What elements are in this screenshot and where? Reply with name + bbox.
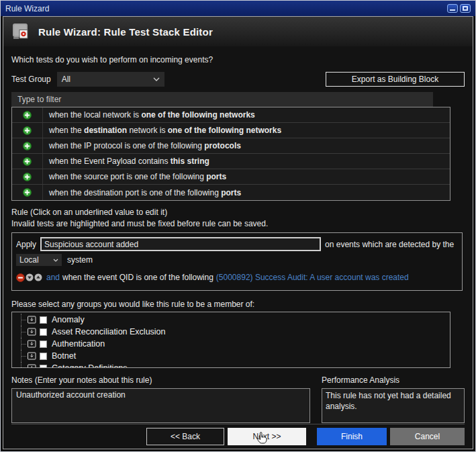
bottom-panels: Notes (Enter your notes about this rule)… xyxy=(11,375,465,423)
group-folder-icon[interactable] xyxy=(28,352,36,360)
rule-wizard-icon xyxy=(11,22,31,41)
group-checkbox[interactable] xyxy=(40,316,47,324)
window-title: Rule Wizard xyxy=(5,4,49,13)
group-label: Botnet xyxy=(52,351,76,361)
add-test-icon[interactable] xyxy=(12,169,43,184)
chevron-down-icon xyxy=(153,77,160,81)
group-label: Asset Reconciliation Exclusion xyxy=(52,327,166,336)
cancel-button[interactable]: Cancel xyxy=(390,428,465,445)
rule-box: Apply on events which are detected by th… xyxy=(11,232,463,291)
filter-input[interactable] xyxy=(11,92,433,107)
add-test-icon[interactable] xyxy=(12,185,43,200)
chevron-down-icon xyxy=(53,259,58,262)
group-folder-icon[interactable] xyxy=(28,316,36,324)
dialog-frame: Rule Wizard: Rule Test Stack Editor Whic… xyxy=(3,16,473,449)
apply-label: Apply xyxy=(16,240,36,249)
test-description: when the IP protocol is one of the follo… xyxy=(43,141,241,150)
finish-button[interactable]: Finish xyxy=(317,428,387,445)
maximize-icon[interactable] xyxy=(460,4,471,13)
rule-heading: Rule (Click on an underlined value to ed… xyxy=(11,208,465,217)
group-folder-icon[interactable] xyxy=(28,328,36,336)
group-list[interactable]: Anomaly Asset Reconciliation Exclusion A… xyxy=(11,312,450,368)
remove-test-icon[interactable] xyxy=(16,273,25,282)
tests-question-label: Which tests do you wish to perform on in… xyxy=(11,55,465,64)
rule-name-input[interactable] xyxy=(40,237,321,251)
add-test-icon[interactable] xyxy=(12,138,43,153)
add-test-icon[interactable] xyxy=(12,107,43,122)
move-up-icon[interactable] xyxy=(34,273,42,281)
test-description: when the local network is one of the fol… xyxy=(43,110,255,120)
group-row[interactable]: Category Definitions xyxy=(19,362,450,368)
next-button[interactable]: Next >> xyxy=(228,428,306,445)
group-row[interactable]: Asset Reconciliation Exclusion xyxy=(19,326,450,338)
page-title: Rule Wizard: Rule Test Stack Editor xyxy=(38,26,213,38)
performance-panel: Performance Analysis This rule has not y… xyxy=(322,375,465,423)
group-checkbox[interactable] xyxy=(40,328,47,336)
tree-connector-icon xyxy=(21,314,27,326)
window-controls xyxy=(447,4,471,13)
tree-connector-icon xyxy=(21,338,27,350)
test-group-label: Test Group xyxy=(11,75,51,84)
test-row[interactable]: when the destination network is one of t… xyxy=(12,123,450,138)
test-group-row: Test Group All Export as Building Block xyxy=(11,72,465,87)
dialog-header: Rule Wizard: Rule Test Stack Editor xyxy=(3,17,473,46)
group-checkbox[interactable] xyxy=(40,353,47,360)
group-label: Category Definitions xyxy=(52,363,128,368)
rule-scope-line: Local system xyxy=(16,254,458,266)
group-row[interactable]: Anomaly xyxy=(19,314,450,326)
test-description: when the destination port is one of the … xyxy=(43,188,241,197)
test-description: when the source port is one of the follo… xyxy=(43,172,226,181)
notes-panel: Notes (Enter your notes about this rule)… xyxy=(11,375,310,423)
group-checkbox[interactable] xyxy=(40,341,47,348)
test-row[interactable]: when the source port is one of the follo… xyxy=(12,169,450,185)
export-building-block-button[interactable]: Export as Building Block xyxy=(326,72,465,87)
test-row[interactable]: when the Event Payload contains this str… xyxy=(12,154,450,169)
back-button[interactable]: << Back xyxy=(146,428,224,445)
rule-wizard-window: Rule Wizard Rule Wizard: Rule Test Stack… xyxy=(0,0,476,452)
add-test-icon[interactable] xyxy=(12,123,43,138)
move-down-icon[interactable] xyxy=(26,273,34,281)
group-label: Authentication xyxy=(52,339,105,349)
test-group-value: All xyxy=(62,75,153,84)
rule-condition-line: and when the event QID is one of the fol… xyxy=(16,273,458,282)
scope-select[interactable]: Local xyxy=(16,254,62,266)
test-list: when the local network is one of the fol… xyxy=(11,107,450,201)
notes-label: Notes (Enter your notes about this rule) xyxy=(11,375,310,385)
performance-label: Performance Analysis xyxy=(322,375,465,385)
scope-value: Local xyxy=(19,255,53,265)
group-folder-icon[interactable] xyxy=(28,364,36,368)
test-row[interactable]: when the local network is one of the fol… xyxy=(12,107,450,123)
rule-subheading: Invalid tests are highlighted and must b… xyxy=(11,219,465,228)
tree-connector-icon xyxy=(21,326,27,338)
tree-connector-icon xyxy=(21,362,27,368)
condition-conjunction: and xyxy=(46,273,60,282)
test-row[interactable]: when the IP protocol is one of the follo… xyxy=(12,138,450,154)
scope-suffix-label: system xyxy=(67,255,93,265)
add-test-icon[interactable] xyxy=(12,154,43,169)
notes-textarea[interactable]: Unauthorized account creation xyxy=(11,388,310,423)
tree-connector-icon xyxy=(21,350,27,362)
group-row[interactable]: Botnet xyxy=(19,350,450,362)
apply-suffix-label: on events which are detected by the xyxy=(325,240,454,249)
group-label: Anomaly xyxy=(52,315,85,324)
group-folder-icon[interactable] xyxy=(28,340,36,348)
group-row[interactable]: Authentication xyxy=(19,338,450,350)
rule-apply-line: Apply on events which are detected by th… xyxy=(16,237,458,251)
test-row[interactable]: when the destination port is one of the … xyxy=(12,185,450,200)
minimize-icon[interactable] xyxy=(447,4,458,13)
groups-label: Please select any groups you would like … xyxy=(11,300,465,309)
test-description: when the Event Payload contains this str… xyxy=(43,156,209,166)
condition-text: when the event QID is one of the followi… xyxy=(62,273,213,282)
group-checkbox[interactable] xyxy=(40,365,47,369)
condition-qid-link[interactable]: (5000892) Success Audit: A user account … xyxy=(216,273,409,282)
performance-text: This rule has not yet had a detailed ana… xyxy=(322,388,465,423)
button-bar: << Back Next >> Finish Cancel xyxy=(11,424,465,449)
test-description: when the destination network is one of t… xyxy=(43,126,281,135)
titlebar[interactable]: Rule Wizard xyxy=(1,1,475,16)
test-group-select[interactable]: All xyxy=(57,72,164,87)
dialog-content: Which tests do you wish to perform on in… xyxy=(3,46,473,449)
